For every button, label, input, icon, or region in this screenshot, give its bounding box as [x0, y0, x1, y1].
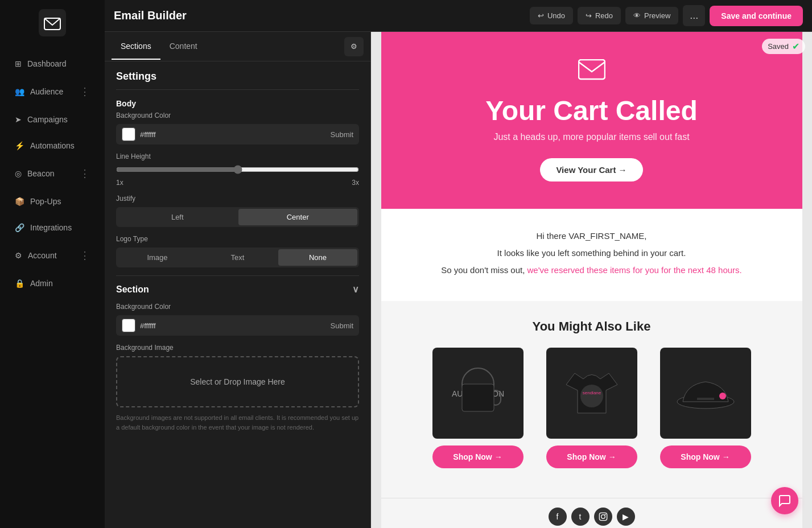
svg-rect-13 — [697, 398, 714, 400]
sidebar-item-label: Account — [28, 251, 57, 260]
beacon-icon: ◎ — [15, 169, 22, 178]
topbar: Email Builder ↩ Undo ↪ Redo 👁 Preview ..… — [105, 0, 812, 32]
logo-type-toggle-group: Image Text None — [116, 248, 359, 267]
sidebar-item-label: Pop-Ups — [30, 197, 61, 206]
shop-now-button-mug[interactable]: Shop Now → — [432, 446, 524, 468]
shop-now-button-shirt[interactable]: Shop Now → — [546, 446, 637, 468]
chevron-down-icon: ∨ — [352, 284, 359, 295]
email-footer: f t ▶ Visit the Sendlane Store — [381, 498, 802, 528]
more-options-icon[interactable]: ⋮ — [80, 167, 90, 180]
body-bg-color-submit[interactable]: Submit — [331, 130, 353, 139]
redo-icon: ↪ — [586, 11, 592, 20]
sidebar-item-label: Beacon — [27, 169, 54, 178]
email-wrapper: Your Cart Called Just a heads up, more p… — [381, 32, 802, 528]
section-bg-color-swatch[interactable] — [122, 319, 135, 332]
product-card-hat: Shop Now → — [654, 348, 757, 468]
save-continue-button[interactable]: Save and continue — [710, 6, 803, 26]
line-height-slider[interactable] — [116, 165, 359, 174]
products-title: You Might Also Like — [395, 319, 789, 334]
sidebar-item-label: Audience — [30, 87, 63, 96]
svg-rect-1 — [579, 60, 605, 79]
line-height-slider-row: 1x 3x — [116, 165, 359, 187]
svg-rect-15 — [599, 513, 607, 520]
more-options-icon[interactable]: ⋮ — [80, 249, 90, 262]
justify-center-button[interactable]: Center — [238, 209, 358, 225]
settings-area: Settings Body Background Color Submit Li… — [105, 61, 370, 441]
panel-tabs: Sections Content ⚙ — [105, 32, 370, 61]
sidebar-logo[interactable] — [39, 9, 66, 36]
body-section-label: Body — [116, 99, 359, 108]
email-line2: So you don't miss out, we've reserved th… — [409, 263, 775, 277]
sidebar-navigation: ⊞ Dashboard 👥 Audience ⋮ ➤ Campaigns ⚡ A… — [0, 50, 105, 297]
email-line2-prefix: So you don't miss out, — [441, 265, 525, 275]
image-drop-zone[interactable]: Select or Drop Image Here — [116, 356, 359, 407]
section-bg-color-input[interactable] — [140, 321, 326, 330]
more-options-button[interactable]: ... — [683, 5, 705, 26]
logo-text-button[interactable]: Text — [198, 249, 277, 266]
tab-sections[interactable]: Sections — [112, 34, 160, 60]
users-icon: 👥 — [15, 87, 24, 96]
zap-icon: ⚡ — [15, 141, 24, 150]
svg-rect-7 — [462, 384, 494, 411]
section-bg-color-row: Submit — [116, 315, 359, 336]
justify-left-button[interactable]: Left — [118, 209, 237, 225]
more-options-icon[interactable]: ⋮ — [80, 85, 90, 98]
logo-type-label: Logo Type — [116, 235, 359, 243]
sidebar-item-beacon[interactable]: ◎ Beacon ⋮ — [5, 159, 100, 188]
email-body: Hi there VAR_FIRST_NAME, It looks like y… — [381, 209, 802, 301]
line-height-label: Line Height — [116, 152, 359, 160]
sidebar-item-automations[interactable]: ⚡ Automations — [5, 133, 100, 158]
section-bg-color-label: Background Color — [116, 303, 359, 311]
email-line1: It looks like you left something behind … — [409, 246, 775, 260]
line-height-max: 3x — [352, 179, 359, 187]
sidebar-item-account[interactable]: ⚙ Account ⋮ — [5, 241, 100, 270]
hero-subtitle: Just a heads up, more popular items sell… — [404, 132, 780, 142]
body-bg-color-swatch[interactable] — [122, 127, 135, 141]
product-image-shirt: sendlane — [546, 348, 637, 439]
gear-icon: ⚙ — [351, 42, 357, 51]
justify-label: Justify — [116, 195, 359, 203]
sidebar-item-integrations[interactable]: 🔗 Integrations — [5, 215, 100, 240]
body-bg-color-input[interactable] — [140, 130, 326, 139]
product-card-shirt: sendlane Shop Now → — [541, 348, 643, 468]
logo-none-button[interactable]: None — [278, 249, 357, 266]
product-image-mug: AUTOMATION SQUAD — [432, 348, 524, 439]
tab-content[interactable]: Content — [160, 34, 207, 60]
twitter-icon[interactable]: t — [571, 508, 590, 526]
sidebar-item-label: Automations — [30, 141, 75, 150]
undo-icon: ↩ — [538, 11, 544, 20]
main-area: Email Builder ↩ Undo ↪ Redo 👁 Preview ..… — [105, 0, 812, 528]
content-area: Sections Content ⚙ Settings Body Backgro… — [105, 32, 812, 528]
sidebar-item-pop-ups[interactable]: 📦 Pop-Ups — [5, 189, 100, 214]
sidebar-item-audience[interactable]: 👥 Audience ⋮ — [5, 77, 100, 106]
section-bg-color-submit[interactable]: Submit — [331, 321, 353, 330]
settings-title: Settings — [116, 71, 359, 90]
popups-icon: 📦 — [15, 197, 24, 206]
section-collapse-header[interactable]: Section ∨ — [116, 275, 359, 303]
bg-image-label: Background Image — [116, 344, 359, 352]
saved-check-icon: ✔ — [792, 41, 799, 52]
sidebar-item-admin[interactable]: 🔒 Admin — [5, 271, 100, 296]
admin-icon: 🔒 — [15, 279, 24, 288]
sidebar-item-campaigns[interactable]: ➤ Campaigns — [5, 107, 100, 132]
instagram-icon[interactable] — [594, 508, 612, 526]
sidebar-item-label: Admin — [30, 279, 53, 288]
email-greeting: Hi there VAR_FIRST_NAME, — [409, 229, 775, 243]
shop-now-button-hat[interactable]: Shop Now → — [660, 446, 751, 468]
youtube-icon[interactable]: ▶ — [617, 508, 635, 526]
email-preview: Saved ✔ Your Cart Called Just a heads up… — [371, 32, 812, 528]
sidebar-item-dashboard[interactable]: ⊞ Dashboard — [5, 51, 100, 76]
logo-image-button[interactable]: Image — [118, 249, 197, 266]
undo-button[interactable]: ↩ Undo — [530, 7, 573, 24]
email-reserved-link[interactable]: we've reserved these items for you for t… — [527, 265, 742, 275]
chat-fab-button[interactable] — [771, 487, 798, 514]
facebook-icon[interactable]: f — [549, 508, 567, 526]
left-panel: Sections Content ⚙ Settings Body Backgro… — [105, 32, 371, 528]
svg-text:sendlane: sendlane — [582, 390, 601, 395]
preview-button[interactable]: 👁 Preview — [625, 7, 678, 24]
sidebar: ⊞ Dashboard 👥 Audience ⋮ ➤ Campaigns ⚡ A… — [0, 0, 105, 528]
redo-button[interactable]: ↪ Redo — [578, 7, 621, 24]
product-image-hat — [660, 348, 751, 439]
settings-gear-button[interactable]: ⚙ — [344, 37, 364, 56]
view-cart-button[interactable]: View Your Cart → — [540, 158, 642, 182]
